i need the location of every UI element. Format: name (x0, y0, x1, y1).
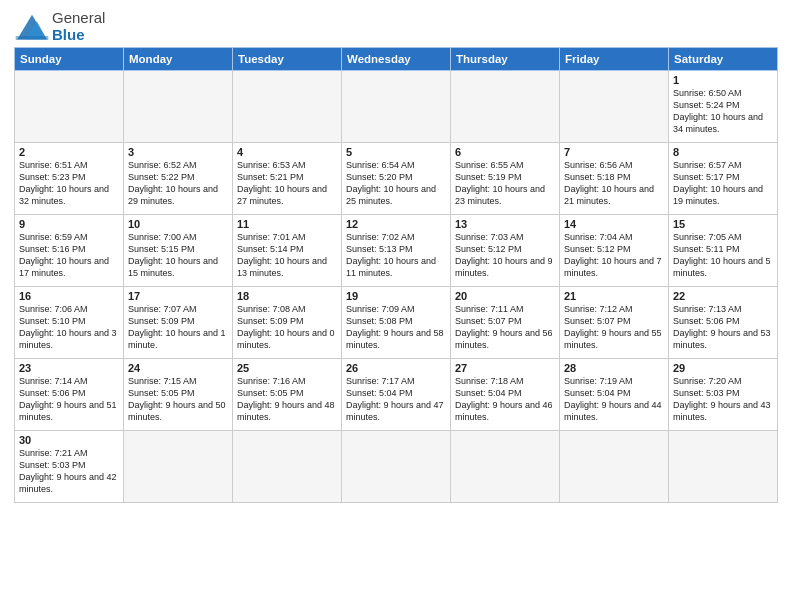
day-info: Sunrise: 7:12 AM Sunset: 5:07 PM Dayligh… (564, 303, 664, 352)
calendar-cell: 25Sunrise: 7:16 AM Sunset: 5:05 PM Dayli… (233, 359, 342, 431)
day-number: 1 (673, 74, 773, 86)
calendar-cell: 13Sunrise: 7:03 AM Sunset: 5:12 PM Dayli… (451, 215, 560, 287)
calendar-cell: 2Sunrise: 6:51 AM Sunset: 5:23 PM Daylig… (15, 143, 124, 215)
calendar-cell: 17Sunrise: 7:07 AM Sunset: 5:09 PM Dayli… (124, 287, 233, 359)
day-number: 21 (564, 290, 664, 302)
day-number: 30 (19, 434, 119, 446)
calendar-cell: 24Sunrise: 7:15 AM Sunset: 5:05 PM Dayli… (124, 359, 233, 431)
calendar-cell: 11Sunrise: 7:01 AM Sunset: 5:14 PM Dayli… (233, 215, 342, 287)
calendar-cell: 10Sunrise: 7:00 AM Sunset: 5:15 PM Dayli… (124, 215, 233, 287)
day-number: 8 (673, 146, 773, 158)
weekday-header-thursday: Thursday (451, 48, 560, 71)
day-number: 2 (19, 146, 119, 158)
day-number: 26 (346, 362, 446, 374)
day-number: 9 (19, 218, 119, 230)
calendar-cell (560, 431, 669, 503)
day-info: Sunrise: 7:04 AM Sunset: 5:12 PM Dayligh… (564, 231, 664, 280)
calendar-cell (233, 431, 342, 503)
calendar-cell: 6Sunrise: 6:55 AM Sunset: 5:19 PM Daylig… (451, 143, 560, 215)
day-number: 13 (455, 218, 555, 230)
day-number: 11 (237, 218, 337, 230)
week-row-5: 23Sunrise: 7:14 AM Sunset: 5:06 PM Dayli… (15, 359, 778, 431)
day-info: Sunrise: 7:18 AM Sunset: 5:04 PM Dayligh… (455, 375, 555, 424)
day-info: Sunrise: 7:05 AM Sunset: 5:11 PM Dayligh… (673, 231, 773, 280)
calendar-cell: 16Sunrise: 7:06 AM Sunset: 5:10 PM Dayli… (15, 287, 124, 359)
day-info: Sunrise: 6:52 AM Sunset: 5:22 PM Dayligh… (128, 159, 228, 208)
day-number: 29 (673, 362, 773, 374)
week-row-4: 16Sunrise: 7:06 AM Sunset: 5:10 PM Dayli… (15, 287, 778, 359)
calendar-cell: 23Sunrise: 7:14 AM Sunset: 5:06 PM Dayli… (15, 359, 124, 431)
day-info: Sunrise: 7:21 AM Sunset: 5:03 PM Dayligh… (19, 447, 119, 496)
day-number: 19 (346, 290, 446, 302)
calendar-cell: 19Sunrise: 7:09 AM Sunset: 5:08 PM Dayli… (342, 287, 451, 359)
day-info: Sunrise: 7:15 AM Sunset: 5:05 PM Dayligh… (128, 375, 228, 424)
day-info: Sunrise: 7:03 AM Sunset: 5:12 PM Dayligh… (455, 231, 555, 280)
day-info: Sunrise: 7:20 AM Sunset: 5:03 PM Dayligh… (673, 375, 773, 424)
calendar-page: General Blue SundayMondayTuesdayWednesda… (0, 0, 792, 612)
calendar-cell (124, 431, 233, 503)
day-number: 24 (128, 362, 228, 374)
day-info: Sunrise: 6:55 AM Sunset: 5:19 PM Dayligh… (455, 159, 555, 208)
calendar-cell: 4Sunrise: 6:53 AM Sunset: 5:21 PM Daylig… (233, 143, 342, 215)
day-number: 15 (673, 218, 773, 230)
calendar-cell (560, 71, 669, 143)
calendar-cell: 21Sunrise: 7:12 AM Sunset: 5:07 PM Dayli… (560, 287, 669, 359)
day-number: 17 (128, 290, 228, 302)
week-row-6: 30Sunrise: 7:21 AM Sunset: 5:03 PM Dayli… (15, 431, 778, 503)
calendar-cell: 8Sunrise: 6:57 AM Sunset: 5:17 PM Daylig… (669, 143, 778, 215)
day-number: 18 (237, 290, 337, 302)
day-number: 3 (128, 146, 228, 158)
day-info: Sunrise: 7:13 AM Sunset: 5:06 PM Dayligh… (673, 303, 773, 352)
day-number: 16 (19, 290, 119, 302)
calendar-cell: 30Sunrise: 7:21 AM Sunset: 5:03 PM Dayli… (15, 431, 124, 503)
weekday-header-monday: Monday (124, 48, 233, 71)
calendar-table: SundayMondayTuesdayWednesdayThursdayFrid… (14, 47, 778, 503)
calendar-cell (233, 71, 342, 143)
calendar-cell: 15Sunrise: 7:05 AM Sunset: 5:11 PM Dayli… (669, 215, 778, 287)
day-number: 5 (346, 146, 446, 158)
day-number: 23 (19, 362, 119, 374)
calendar-cell: 26Sunrise: 7:17 AM Sunset: 5:04 PM Dayli… (342, 359, 451, 431)
calendar-cell: 27Sunrise: 7:18 AM Sunset: 5:04 PM Dayli… (451, 359, 560, 431)
day-info: Sunrise: 7:09 AM Sunset: 5:08 PM Dayligh… (346, 303, 446, 352)
calendar-cell (342, 71, 451, 143)
weekday-header-sunday: Sunday (15, 48, 124, 71)
day-number: 10 (128, 218, 228, 230)
day-number: 25 (237, 362, 337, 374)
calendar-cell: 7Sunrise: 6:56 AM Sunset: 5:18 PM Daylig… (560, 143, 669, 215)
day-info: Sunrise: 7:19 AM Sunset: 5:04 PM Dayligh… (564, 375, 664, 424)
header: General Blue (14, 10, 778, 43)
day-number: 7 (564, 146, 664, 158)
calendar-cell: 20Sunrise: 7:11 AM Sunset: 5:07 PM Dayli… (451, 287, 560, 359)
calendar-cell: 9Sunrise: 6:59 AM Sunset: 5:16 PM Daylig… (15, 215, 124, 287)
calendar-cell: 5Sunrise: 6:54 AM Sunset: 5:20 PM Daylig… (342, 143, 451, 215)
calendar-cell: 28Sunrise: 7:19 AM Sunset: 5:04 PM Dayli… (560, 359, 669, 431)
day-info: Sunrise: 7:06 AM Sunset: 5:10 PM Dayligh… (19, 303, 119, 352)
day-number: 22 (673, 290, 773, 302)
day-info: Sunrise: 6:53 AM Sunset: 5:21 PM Dayligh… (237, 159, 337, 208)
day-info: Sunrise: 7:17 AM Sunset: 5:04 PM Dayligh… (346, 375, 446, 424)
weekday-header-wednesday: Wednesday (342, 48, 451, 71)
day-info: Sunrise: 7:11 AM Sunset: 5:07 PM Dayligh… (455, 303, 555, 352)
day-number: 6 (455, 146, 555, 158)
day-info: Sunrise: 6:50 AM Sunset: 5:24 PM Dayligh… (673, 87, 773, 136)
week-row-2: 2Sunrise: 6:51 AM Sunset: 5:23 PM Daylig… (15, 143, 778, 215)
day-info: Sunrise: 7:01 AM Sunset: 5:14 PM Dayligh… (237, 231, 337, 280)
logo: General Blue (14, 10, 105, 43)
calendar-cell: 18Sunrise: 7:08 AM Sunset: 5:09 PM Dayli… (233, 287, 342, 359)
weekday-header-saturday: Saturday (669, 48, 778, 71)
calendar-cell: 3Sunrise: 6:52 AM Sunset: 5:22 PM Daylig… (124, 143, 233, 215)
logo-icon (14, 11, 50, 43)
calendar-cell: 12Sunrise: 7:02 AM Sunset: 5:13 PM Dayli… (342, 215, 451, 287)
day-info: Sunrise: 6:57 AM Sunset: 5:17 PM Dayligh… (673, 159, 773, 208)
calendar-cell: 22Sunrise: 7:13 AM Sunset: 5:06 PM Dayli… (669, 287, 778, 359)
weekday-header-row: SundayMondayTuesdayWednesdayThursdayFrid… (15, 48, 778, 71)
weekday-header-tuesday: Tuesday (233, 48, 342, 71)
day-info: Sunrise: 6:54 AM Sunset: 5:20 PM Dayligh… (346, 159, 446, 208)
calendar-cell (15, 71, 124, 143)
logo-text: General Blue (52, 10, 105, 43)
day-info: Sunrise: 6:59 AM Sunset: 5:16 PM Dayligh… (19, 231, 119, 280)
day-info: Sunrise: 7:14 AM Sunset: 5:06 PM Dayligh… (19, 375, 119, 424)
calendar-cell: 14Sunrise: 7:04 AM Sunset: 5:12 PM Dayli… (560, 215, 669, 287)
day-number: 28 (564, 362, 664, 374)
